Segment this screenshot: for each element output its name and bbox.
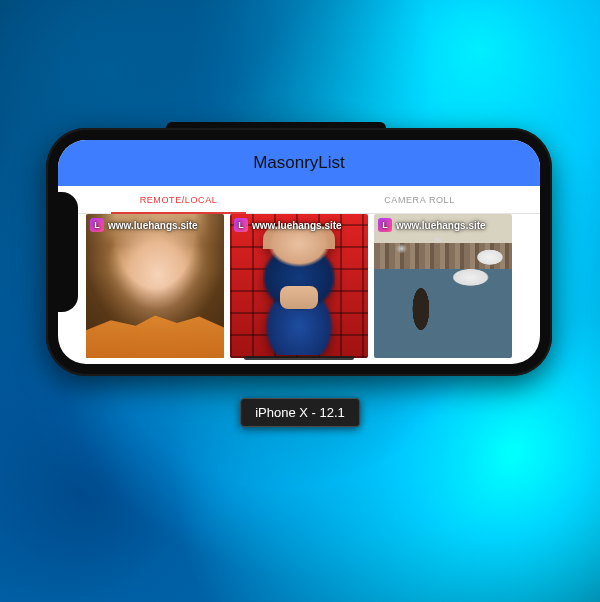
app-titlebar: MasonryList [58, 140, 540, 186]
device-caption: iPhone X - 12.1 [240, 398, 360, 427]
watermark: L www.luehangs.site [234, 218, 342, 232]
tab-label: CAMERA ROLL [384, 195, 455, 205]
watermark: L www.luehangs.site [378, 218, 486, 232]
watermark: L www.luehangs.site [90, 218, 198, 232]
device-frame: MasonryList REMOTE/LOCAL CAMERA ROLL L w… [46, 128, 552, 376]
gallery-row[interactable]: L www.luehangs.site L www.luehangs.site … [58, 214, 540, 364]
gallery-card[interactable]: L www.luehangs.site [230, 214, 368, 358]
device-caption-text: iPhone X - 12.1 [255, 405, 345, 420]
device-screen: MasonryList REMOTE/LOCAL CAMERA ROLL L w… [58, 140, 540, 364]
app-title: MasonryList [253, 153, 345, 173]
gallery-card[interactable]: L www.luehangs.site [86, 214, 224, 358]
watermark-text: www.luehangs.site [252, 220, 342, 231]
tab-camera-roll[interactable]: CAMERA ROLL [299, 186, 540, 213]
gallery-card[interactable]: L www.luehangs.site [374, 214, 512, 358]
watermark-logo-icon: L [90, 218, 104, 232]
watermark-logo-icon: L [378, 218, 392, 232]
home-indicator[interactable] [244, 356, 354, 360]
device-notch [58, 192, 78, 312]
tab-label: REMOTE/LOCAL [140, 195, 218, 205]
tab-remote-local[interactable]: REMOTE/LOCAL [58, 186, 299, 213]
watermark-text: www.luehangs.site [108, 220, 198, 231]
tab-bar: REMOTE/LOCAL CAMERA ROLL [58, 186, 540, 214]
watermark-logo-icon: L [234, 218, 248, 232]
watermark-text: www.luehangs.site [396, 220, 486, 231]
